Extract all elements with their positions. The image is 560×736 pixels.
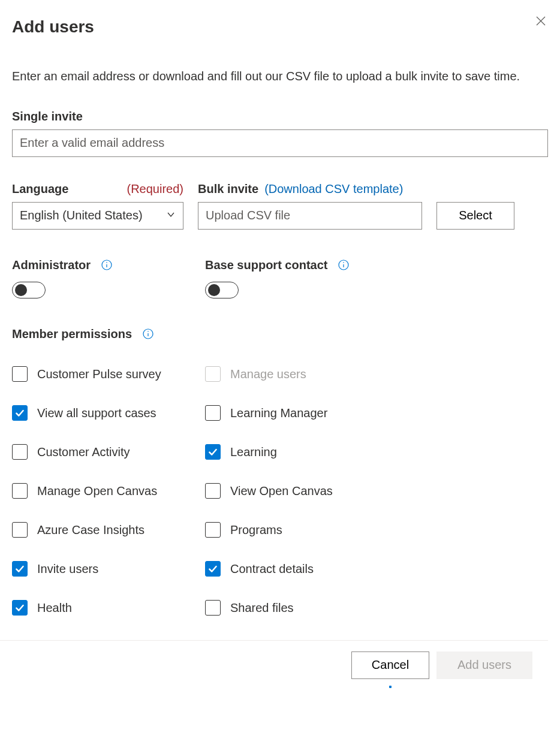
checkbox-view-all-support-cases[interactable] — [12, 405, 28, 421]
cancel-button[interactable]: Cancel — [351, 651, 429, 679]
checkbox-health[interactable] — [12, 600, 28, 616]
permission-manage-users: Manage users — [205, 366, 398, 382]
download-csv-link[interactable]: (Download CSV template) — [264, 181, 403, 197]
language-label: Language — [12, 181, 68, 197]
chevron-down-icon — [166, 207, 176, 224]
upload-csv-placeholder: Upload CSV file — [206, 207, 290, 224]
language-required: (Required) — [127, 181, 183, 197]
toggle-knob — [208, 284, 220, 296]
email-input[interactable] — [12, 129, 548, 157]
permission-label: Invite users — [37, 561, 98, 577]
checkbox-programs[interactable] — [205, 522, 221, 538]
toggle-knob — [15, 284, 27, 296]
permission-manage-open-canvas[interactable]: Manage Open Canvas — [12, 483, 205, 499]
permission-label: Programs — [230, 522, 282, 538]
administrator-toggle[interactable] — [12, 282, 46, 298]
info-icon[interactable] — [338, 260, 349, 270]
intro-text: Enter an email address or download and f… — [12, 68, 534, 85]
permission-label: Manage Open Canvas — [37, 483, 157, 499]
permission-customer-activity[interactable]: Customer Activity — [12, 444, 205, 460]
svg-point-7 — [344, 262, 345, 263]
permission-label: Customer Pulse survey — [37, 366, 161, 382]
language-select[interactable]: English (United States) — [12, 202, 183, 230]
checkbox-azure-case-insights[interactable] — [12, 522, 28, 538]
checkbox-learning-manager[interactable] — [205, 405, 221, 421]
checkbox-invite-users[interactable] — [12, 561, 28, 577]
permission-label: Contract details — [230, 561, 314, 577]
svg-point-4 — [106, 262, 107, 263]
checkbox-manage-users — [205, 366, 221, 382]
page-title: Add users — [12, 16, 94, 38]
checkbox-view-open-canvas[interactable] — [205, 483, 221, 499]
permission-label: Azure Case Insights — [37, 522, 144, 538]
base-support-contact-label: Base support contact — [205, 257, 327, 273]
checkbox-manage-open-canvas[interactable] — [12, 483, 28, 499]
select-file-button[interactable]: Select — [436, 202, 514, 230]
close-button[interactable] — [534, 14, 548, 29]
checkbox-contract-details[interactable] — [205, 561, 221, 577]
close-icon — [536, 14, 546, 30]
permission-label: Shared files — [230, 600, 294, 616]
permission-contract-details[interactable]: Contract details — [205, 561, 398, 577]
upload-csv-field[interactable]: Upload CSV file — [198, 202, 422, 230]
permission-shared-files[interactable]: Shared files — [205, 600, 398, 616]
permission-label: Health — [37, 600, 72, 616]
permission-health[interactable]: Health — [12, 600, 205, 616]
add-users-button[interactable]: Add users — [436, 651, 532, 679]
checkbox-shared-files[interactable] — [205, 600, 221, 616]
permission-label: View Open Canvas — [230, 483, 333, 499]
permission-label: Learning — [230, 444, 277, 460]
checkbox-customer-pulse-survey[interactable] — [12, 366, 28, 382]
permission-invite-users[interactable]: Invite users — [12, 561, 205, 577]
bulk-invite-label: Bulk invite — [198, 181, 258, 197]
svg-point-10 — [147, 331, 149, 332]
language-value: English (United States) — [20, 207, 143, 224]
permission-learning-manager[interactable]: Learning Manager — [205, 405, 398, 421]
permission-customer-pulse-survey[interactable]: Customer Pulse survey — [12, 366, 205, 382]
info-icon[interactable] — [143, 328, 153, 339]
info-icon[interactable] — [101, 260, 112, 270]
permission-view-open-canvas[interactable]: View Open Canvas — [205, 483, 398, 499]
member-permissions-label: Member permissions — [12, 326, 132, 342]
permission-label: Learning Manager — [230, 405, 327, 421]
permission-label: Customer Activity — [37, 444, 130, 460]
permission-label: View all support cases — [37, 405, 156, 421]
base-support-contact-toggle[interactable] — [205, 282, 239, 298]
administrator-label: Administrator — [12, 257, 91, 273]
permission-learning[interactable]: Learning — [205, 444, 398, 460]
permission-view-all-support-cases[interactable]: View all support cases — [12, 405, 205, 421]
permission-programs[interactable]: Programs — [205, 522, 398, 538]
checkbox-customer-activity[interactable] — [12, 444, 28, 460]
permission-azure-case-insights[interactable]: Azure Case Insights — [12, 522, 205, 538]
checkbox-learning[interactable] — [205, 444, 221, 460]
permission-label: Manage users — [230, 366, 306, 382]
single-invite-label: Single invite — [12, 108, 548, 125]
